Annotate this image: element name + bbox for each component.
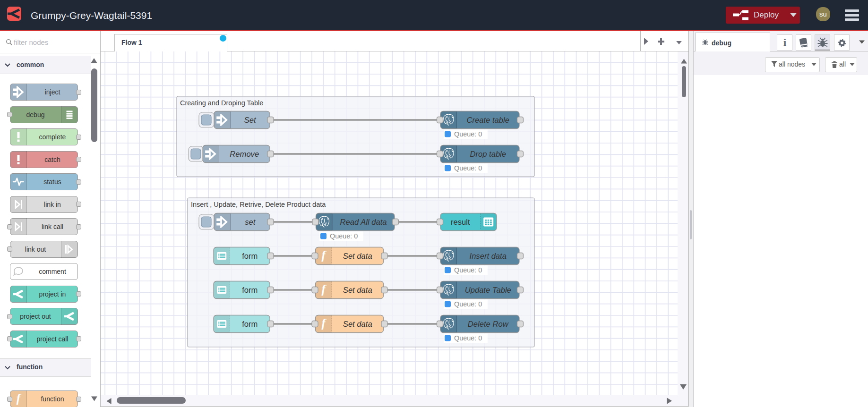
svg-text:Queue: 0: Queue: 0 <box>454 130 482 138</box>
svg-text:set: set <box>245 218 256 227</box>
svg-text:Delete Row: Delete Row <box>468 320 509 329</box>
svg-text:Create table: Create table <box>467 116 509 125</box>
svg-text:Drop table: Drop table <box>470 150 506 159</box>
svg-text:Queue: 0: Queue: 0 <box>454 300 482 308</box>
svg-text:form: form <box>242 252 258 261</box>
svg-text:result: result <box>451 218 470 227</box>
svg-text:Set data: Set data <box>343 252 372 261</box>
svg-text:Set: Set <box>244 116 257 125</box>
svg-text:Queue: 0: Queue: 0 <box>454 266 482 274</box>
svg-text:Remove: Remove <box>230 150 259 159</box>
svg-text:Set data: Set data <box>343 320 372 329</box>
svg-text:Insert data: Insert data <box>470 252 507 261</box>
svg-text:Queue: 0: Queue: 0 <box>454 164 482 172</box>
svg-text:Insert , Update, Retrive, Dele: Insert , Update, Retrive, Delete Product… <box>191 201 326 208</box>
svg-text:form: form <box>242 286 258 295</box>
svg-text:Queue: 0: Queue: 0 <box>330 232 358 240</box>
svg-text:form: form <box>242 320 258 329</box>
svg-text:Creating and Droping Table: Creating and Droping Table <box>180 99 263 107</box>
svg-text:Set data: Set data <box>343 286 372 295</box>
svg-text:Update Table: Update Table <box>465 286 511 295</box>
svg-text:Queue: 0: Queue: 0 <box>454 334 482 342</box>
svg-text:Read All data: Read All data <box>340 218 387 227</box>
svg-text:i: i <box>783 36 786 48</box>
